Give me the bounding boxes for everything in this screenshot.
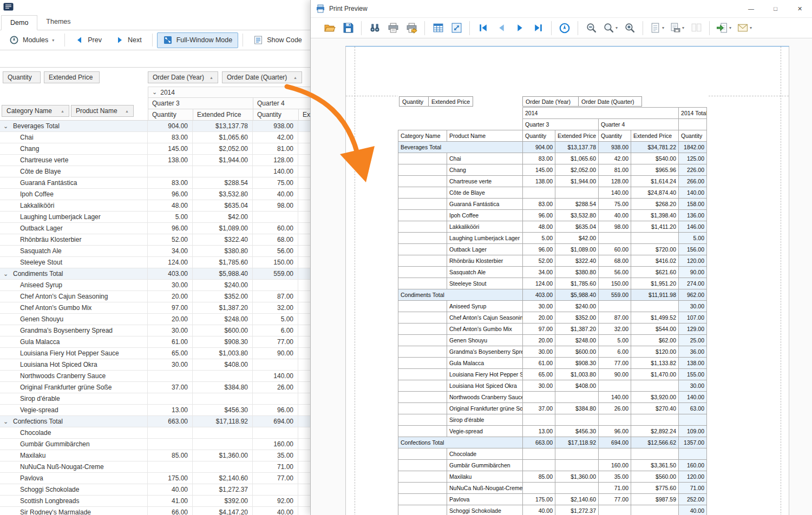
row-label[interactable]: Scottish Longbreads [0, 496, 148, 506]
value-cell[interactable] [253, 427, 298, 438]
value-cell[interactable] [253, 359, 298, 370]
export-document-button[interactable]: ▾ [715, 20, 733, 36]
column-group-2014[interactable]: ⌄2014 [148, 87, 325, 98]
row-label[interactable]: ⌄Condiments Total [0, 268, 148, 279]
row-label[interactable]: Sasquatch Ale [0, 246, 148, 256]
value-cell[interactable]: $288.54 [193, 177, 253, 188]
value-cell[interactable] [148, 393, 193, 404]
value-cell[interactable]: 37.00 [148, 382, 193, 393]
pointer-navigation-button[interactable] [556, 20, 573, 36]
value-cell[interactable]: $4,147.20 [193, 507, 253, 515]
value-cell[interactable]: $17,118.92 [193, 416, 253, 427]
value-cell[interactable]: 34.00 [148, 246, 193, 256]
column-field-order-date-quarter[interactable]: Order Date (Quarter)▲ [222, 71, 302, 83]
value-cell[interactable] [253, 484, 298, 495]
value-cell[interactable]: $5,988.40 [193, 268, 253, 279]
value-cell[interactable] [148, 371, 193, 381]
value-cell[interactable] [193, 166, 253, 177]
collapse-icon[interactable]: ⌄ [3, 270, 9, 278]
value-cell[interactable]: 96.00 [148, 189, 193, 200]
row-label[interactable]: Ipoh Coffee [0, 189, 148, 200]
value-cell[interactable]: $1,944.00 [193, 155, 253, 166]
customize-button[interactable] [430, 20, 446, 36]
value-cell[interactable]: 75.00 [253, 177, 298, 188]
value-cell[interactable]: 81.00 [253, 143, 298, 154]
row-label[interactable]: Northwoods Cranberry Sauce [0, 371, 148, 381]
value-cell[interactable] [253, 212, 298, 222]
value-cell[interactable]: 30.00 [148, 359, 193, 370]
value-cell[interactable]: 140.00 [253, 371, 298, 381]
value-cell[interactable]: 175.00 [148, 473, 193, 484]
tab-demo[interactable]: Demo [1, 15, 37, 30]
row-label[interactable]: Chef Anton's Gumbo Mix [0, 302, 148, 313]
value-cell[interactable]: 35.00 [253, 450, 298, 461]
zoom-in-button[interactable] [621, 20, 638, 36]
value-cell[interactable]: $600.00 [193, 325, 253, 336]
value-cell[interactable] [193, 393, 253, 404]
full-window-mode-button[interactable]: Full-Window Mode [157, 32, 239, 48]
row-label[interactable]: NuNuCa Nuß-Nougat-Creme [0, 461, 148, 472]
value-cell[interactable]: $456.30 [193, 405, 253, 415]
value-cell[interactable]: $2,052.00 [193, 143, 253, 154]
value-cell[interactable]: 13.00 [148, 405, 193, 415]
value-cell[interactable]: 145.00 [148, 143, 193, 154]
value-cell[interactable]: 97.00 [148, 302, 193, 313]
value-cell[interactable] [193, 427, 253, 438]
value-cell[interactable]: $42.00 [193, 212, 253, 222]
value-cell[interactable]: 41.00 [148, 496, 193, 506]
value-cell[interactable]: $392.00 [193, 496, 253, 506]
facing-pages-button[interactable] [688, 20, 704, 36]
row-label[interactable]: Louisiana Hot Spiced Okra [0, 359, 148, 370]
row-label[interactable]: ⌄Beverages Total [0, 121, 148, 131]
collapse-icon[interactable]: ⌄ [3, 418, 9, 425]
value-cell[interactable]: 61.00 [148, 336, 193, 347]
value-cell[interactable]: 52.00 [148, 234, 193, 245]
value-cell[interactable]: 938.00 [253, 121, 298, 131]
value-cell[interactable]: 663.00 [148, 416, 193, 427]
row-label[interactable]: Chartreuse verte [0, 155, 148, 166]
value-cell[interactable]: $1,089.00 [193, 223, 253, 234]
value-cell[interactable]: 30.00 [148, 280, 193, 290]
scale-button[interactable] [448, 20, 464, 36]
value-cell[interactable]: $240.00 [193, 280, 253, 290]
maximize-button[interactable]: □ [763, 0, 788, 18]
value-cell[interactable]: 83.00 [148, 132, 193, 143]
row-label[interactable]: Guaraná Fantástica [0, 177, 148, 188]
column-field-order-date-year[interactable]: Order Date (Year)▲ [148, 71, 218, 83]
row-label[interactable]: Outback Lager [0, 223, 148, 234]
value-cell[interactable]: 60.00 [253, 223, 298, 234]
value-cell[interactable]: 160.00 [253, 439, 298, 450]
value-cell[interactable]: 124.00 [148, 257, 193, 268]
row-label[interactable]: Gula Malacca [0, 336, 148, 347]
row-label[interactable]: Lakkalikööri [0, 200, 148, 211]
minimize-button[interactable]: — [739, 0, 763, 18]
value-cell[interactable]: 71.00 [253, 461, 298, 472]
data-field-quantity[interactable]: Quantity [3, 71, 41, 83]
value-cell[interactable]: $1,065.60 [193, 132, 253, 143]
data-field-extended-price[interactable]: Extended Price [44, 71, 100, 83]
save-document-button[interactable] [340, 20, 356, 36]
row-label[interactable]: Steeleye Stout [0, 257, 148, 268]
row-label[interactable]: Genen Shouyu [0, 314, 148, 325]
value-cell[interactable]: 65.00 [148, 348, 193, 359]
value-cell[interactable]: 128.00 [253, 155, 298, 166]
row-label[interactable]: Aniseed Syrup [0, 280, 148, 290]
column-header-quantity-q3[interactable]: Quantity [148, 109, 193, 121]
value-cell[interactable]: 26.00 [253, 382, 298, 393]
value-cell[interactable]: 138.00 [148, 155, 193, 166]
collapse-icon[interactable]: ⌄ [3, 123, 9, 130]
column-header-extended-price-q3[interactable]: Extended Price [193, 109, 253, 121]
value-cell[interactable]: 68.00 [253, 234, 298, 245]
show-code-button[interactable]: Show Code [247, 32, 308, 48]
value-cell[interactable] [148, 461, 193, 472]
row-label[interactable]: Original Frankfurter grüne Soße [0, 382, 148, 393]
value-cell[interactable] [148, 439, 193, 450]
value-cell[interactable]: 904.00 [148, 121, 193, 131]
value-cell[interactable]: 40.00 [253, 189, 298, 200]
value-cell[interactable]: 559.00 [253, 268, 298, 279]
value-cell[interactable]: 150.00 [253, 257, 298, 268]
value-cell[interactable]: $408.00 [193, 359, 253, 370]
row-label[interactable]: Schoggi Schokolade [0, 484, 148, 495]
value-cell[interactable]: 96.00 [253, 405, 298, 415]
value-cell[interactable]: 90.00 [253, 348, 298, 359]
